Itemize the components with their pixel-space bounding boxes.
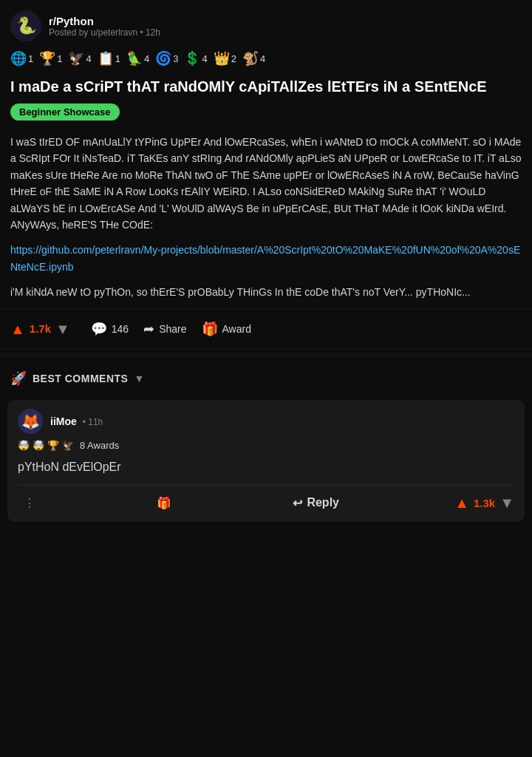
post-link[interactable]: https://github.com/peterlravn/My-project… [10, 242, 522, 275]
posted-by: Posted by u/peterlravn • 12h [49, 27, 160, 38]
share-icon: ➦ [143, 321, 154, 337]
comment-text: pYtHoN dEvElOpEr [18, 458, 514, 476]
action-bar: ▲ 1.7k ▼ 💬 146 ➦ Share 🎁 Award [0, 308, 532, 350]
share-button[interactable]: ➦ Share [136, 316, 194, 342]
comment-header: 🦊 iiMoe • 11h [18, 409, 514, 434]
award-icon: 🎁 [157, 496, 171, 510]
more-icon: ⋮ [24, 496, 35, 510]
awards-row: 🌐 1 🏆 1 🦅 4 📋 1 🦜 4 🌀 3 💲 4 👑 2 🐒 4 [0, 47, 532, 74]
comment-vote-count: 1.3k [474, 497, 495, 509]
comment-actions: ⋮ 🎁 ↩ Reply ▲ 1.3k ▼ [18, 485, 514, 513]
sort-section[interactable]: 🚀 BEST COMMENTS ▼ [0, 360, 532, 394]
post-header: 🐍 r/Python Posted by u/peterlravn • 12h [0, 0, 532, 47]
rocket-icon: 🚀 [10, 370, 27, 387]
comment-card: 🦊 iiMoe • 11h 🤯 🤯 🏆 🦅 8 Awards pYtHoN dE… [7, 400, 525, 522]
subreddit-name[interactable]: r/Python [49, 15, 160, 27]
post-text: I waS tIrED OF mAnUaLlY tYPinG UpPEr And… [10, 134, 522, 233]
sort-label: BEST COMMENTS [33, 373, 128, 384]
avatar[interactable]: 🦊 [18, 409, 43, 434]
comment-award-emoji: 🤯 [33, 440, 44, 451]
award-item[interactable]: 📋 1 [98, 50, 123, 67]
comment-icon: 💬 [91, 321, 107, 337]
post-text-2: i'M kiNdA neW tO pyThOn, so thErE'S prOB… [10, 284, 522, 300]
award-item[interactable]: 💲 4 [184, 50, 210, 67]
post-body: I waS tIrED OF mAnUaLlY tYPinG UpPEr And… [0, 129, 532, 308]
more-options-button[interactable]: ⋮ [18, 493, 41, 513]
reply-button[interactable]: ↩ Reply [287, 493, 345, 513]
comment-awards-text: 8 Awards [80, 440, 119, 451]
comment-downvote-button[interactable]: ▼ [499, 495, 514, 512]
award-item[interactable]: 👑 2 [214, 50, 239, 67]
comment-upvote-button[interactable]: ▲ [454, 495, 469, 512]
vote-section: ▲ 1.7k ▼ [10, 322, 70, 336]
comment-award-emoji: 🦅 [62, 440, 74, 451]
vote-count: 1.7k [30, 322, 51, 335]
downvote-button[interactable]: ▼ [55, 322, 70, 336]
share-label: Share [159, 323, 186, 335]
comment-vote-section: ▲ 1.3k ▼ [454, 495, 514, 512]
comment-user-info: iiMoe • 11h [50, 415, 103, 427]
comment-count: 146 [112, 323, 129, 335]
award-item[interactable]: 🌐 1 [10, 50, 36, 67]
comment-award-emoji: 🤯 [18, 440, 30, 451]
comments-button[interactable]: 💬 146 [83, 316, 136, 342]
chevron-down-icon: ▼ [134, 373, 144, 384]
post-title: I maDe a sCriPT thAT raNdOMlY cApiTAllZe… [0, 74, 532, 103]
post-meta: r/Python Posted by u/peterlravn • 12h [49, 15, 160, 38]
comment-awards: 🤯 🤯 🏆 🦅 8 Awards [18, 440, 514, 451]
divider [0, 353, 532, 357]
award-label: Award [222, 323, 251, 335]
flair-badge[interactable]: Beginner Showcase [10, 103, 120, 120]
reply-icon: ↩ [293, 496, 302, 510]
award-item[interactable]: 🌀 3 [155, 50, 181, 67]
upvote-button[interactable]: ▲ [10, 322, 25, 336]
reply-label: Reply [307, 496, 339, 509]
comment-award-button[interactable]: 🎁 [151, 493, 177, 513]
comment-username[interactable]: iiMoe [50, 415, 77, 427]
award-item[interactable]: 🏆 1 [39, 50, 65, 67]
award-item[interactable]: 🦅 4 [68, 50, 94, 67]
award-item[interactable]: 🐒 4 [242, 50, 268, 67]
award-icon: 🎁 [202, 321, 218, 337]
comment-award-emoji: 🏆 [47, 440, 59, 451]
subreddit-icon[interactable]: 🐍 [10, 10, 41, 41]
comment-time: • 11h [83, 417, 103, 427]
award-item[interactable]: 🦜 4 [126, 50, 152, 67]
award-button[interactable]: 🎁 Award [194, 316, 259, 342]
